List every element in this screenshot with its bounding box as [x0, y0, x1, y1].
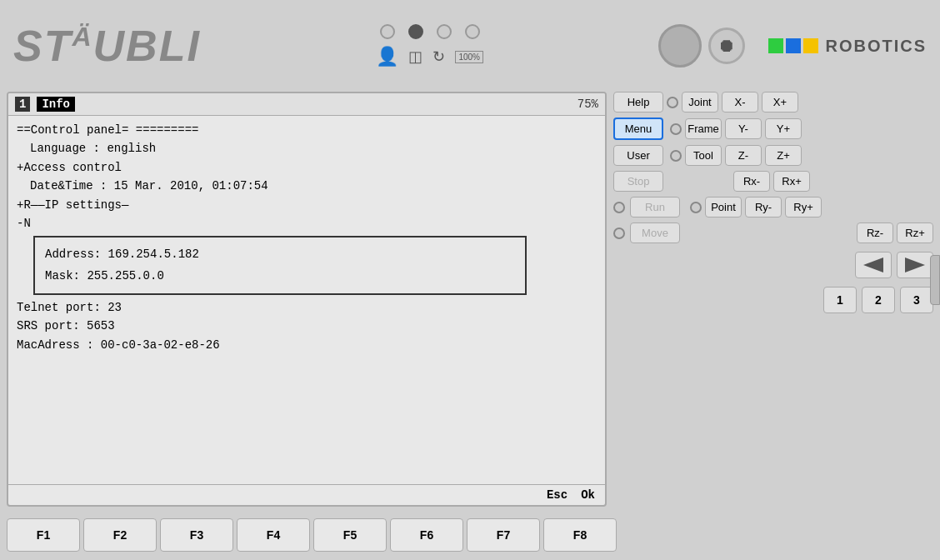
num-3-button[interactable]: 3	[900, 287, 933, 313]
power-button[interactable]: ⏺	[708, 28, 745, 64]
point-button[interactable]: Point	[705, 197, 742, 218]
help-button[interactable]: Help	[613, 92, 663, 112]
control-panel-header: ==Control panel=	[17, 123, 128, 137]
ry-pos-button[interactable]: Ry+	[785, 197, 822, 218]
square-blue	[786, 38, 801, 53]
rz-neg-button[interactable]: Rz-	[857, 222, 893, 243]
z-pos-button[interactable]: Z+	[765, 145, 802, 166]
x-pos-button[interactable]: X+	[762, 92, 798, 112]
move-radio[interactable]	[613, 228, 625, 239]
joint-button[interactable]: Joint	[682, 92, 718, 112]
menu-button[interactable]: Menu	[613, 118, 663, 140]
speed-increase-button[interactable]	[897, 252, 933, 278]
r-line: +R——IP settings—	[17, 196, 597, 214]
info-panel: 1 Info 75% ==Control panel= ========= La…	[7, 92, 607, 507]
rz-pos-button[interactable]: Rz+	[897, 222, 933, 243]
radio-4[interactable]	[465, 24, 480, 39]
f8-button[interactable]: F8	[543, 518, 617, 552]
panel-number: 1	[15, 97, 30, 112]
f2-button[interactable]: F2	[83, 518, 157, 552]
x-neg-button[interactable]: X-	[722, 92, 758, 112]
mac-line: MacAdress : 00-c0-3a-02-e8-26	[17, 336, 597, 354]
joint-frame-row: Joint X- X+	[667, 92, 798, 112]
z-neg-button[interactable]: Z-	[725, 145, 762, 166]
header-center: 👤 ◫ ↻ 100%	[376, 24, 483, 68]
square-yellow	[803, 38, 818, 53]
panel-title-bar: 1 Info 75%	[8, 93, 605, 116]
f6-button[interactable]: F6	[390, 518, 463, 552]
tool-radio[interactable]	[670, 150, 682, 162]
ok-button[interactable]: Ok	[581, 488, 595, 502]
datetime-line: Date&Time : 15 Mar. 2010, 01:07:54	[17, 177, 597, 195]
panel-footer: Esc Ok	[8, 484, 605, 505]
run-row: Run Point Ry- Ry+	[613, 197, 933, 218]
brand-squares	[768, 38, 818, 53]
menu-frame-row: Menu Frame Y- Y+	[613, 118, 933, 140]
icon-row: 👤 ◫ ↻ 100%	[376, 46, 483, 68]
utility-buttons: Help Joint X- X+	[613, 92, 933, 112]
num-2-button[interactable]: 2	[862, 287, 895, 313]
panel-title: Info	[37, 97, 75, 112]
f4-button[interactable]: F4	[237, 518, 310, 552]
y-neg-button[interactable]: Y-	[725, 118, 762, 139]
screen-icon: ◫	[408, 48, 422, 66]
right-controls: Help Joint X- X+ Menu Frame Y- Y+ User T…	[613, 92, 933, 507]
rx-neg-button[interactable]: Rx-	[733, 171, 770, 192]
speed-controls	[613, 252, 933, 278]
y-pos-button[interactable]: Y+	[765, 118, 802, 139]
joint-radio[interactable]	[667, 97, 678, 108]
number-buttons: 1 2 3	[613, 287, 933, 313]
frame-radio[interactable]	[670, 123, 682, 135]
panel-content: ==Control panel= ========= Language : en…	[8, 116, 605, 484]
user-tool-row: User Tool Z- Z+	[613, 145, 933, 166]
speed-decrease-button[interactable]	[855, 252, 892, 278]
access-line: +Access control	[17, 158, 597, 177]
num-1-button[interactable]: 1	[823, 287, 857, 313]
svg-rect-3	[905, 259, 908, 271]
stop-row: Stop Rx- Rx+	[613, 171, 933, 192]
zoom-icon: 100%	[455, 51, 483, 63]
side-handle	[930, 255, 940, 305]
hardware-buttons: ⏺ ROBOTICS	[658, 24, 927, 68]
telnet-line: Telnet port: 23	[17, 298, 597, 317]
srs-line: SRS port: 5653	[17, 317, 597, 335]
run-button[interactable]: Run	[630, 197, 680, 218]
tool-button[interactable]: Tool	[685, 145, 722, 166]
frame-button[interactable]: Frame	[685, 118, 722, 139]
mask-line: Mask: 255.255.0.0	[45, 266, 515, 287]
header: STÄUBLI 👤 ◫ ↻ 100% ⏺ ROBOTICS	[0, 0, 940, 92]
section-control-panel: ==Control panel= =========	[17, 121, 597, 139]
logo: STÄUBLI	[13, 21, 201, 71]
user-button[interactable]: User	[613, 145, 663, 166]
rx-pos-button[interactable]: Rx+	[773, 171, 810, 192]
run-radio[interactable]	[613, 202, 625, 213]
brand-name: ROBOTICS	[825, 37, 927, 56]
move-button[interactable]: Move	[630, 222, 680, 243]
mode-radio-row	[380, 24, 480, 39]
emergency-stop[interactable]	[658, 24, 702, 68]
f1-button[interactable]: F1	[7, 518, 80, 552]
f3-button[interactable]: F3	[160, 518, 233, 552]
person-icon: 👤	[376, 46, 398, 68]
f5-button[interactable]: F5	[313, 518, 387, 552]
f7-button[interactable]: F7	[467, 518, 540, 552]
panel-zoom: 75%	[578, 98, 598, 111]
point-radio[interactable]	[690, 202, 702, 213]
ip-settings-box: Address: 169.254.5.182 Mask: 255.255.0.0	[33, 236, 527, 294]
main-area: 1 Info 75% ==Control panel= ========= La…	[0, 92, 940, 513]
radio-3[interactable]	[437, 24, 452, 39]
address-line: Address: 169.254.5.182	[45, 244, 515, 265]
move-row: Move Rz- Rz+	[613, 222, 933, 243]
brand-block: ROBOTICS	[768, 37, 927, 56]
radio-1[interactable]	[380, 24, 395, 39]
language-line: Language : english	[17, 139, 597, 158]
square-green	[768, 38, 783, 53]
ry-neg-button[interactable]: Ry-	[745, 197, 782, 218]
radio-2[interactable]	[408, 24, 423, 39]
function-key-bar: F1 F2 F3 F4 F5 F6 F7 F8	[0, 513, 940, 557]
stop-button[interactable]: Stop	[613, 171, 663, 192]
esc-button[interactable]: Esc	[547, 488, 568, 502]
n-line: -N	[17, 214, 597, 232]
refresh-icon: ↻	[432, 48, 445, 66]
svg-rect-1	[880, 259, 883, 271]
